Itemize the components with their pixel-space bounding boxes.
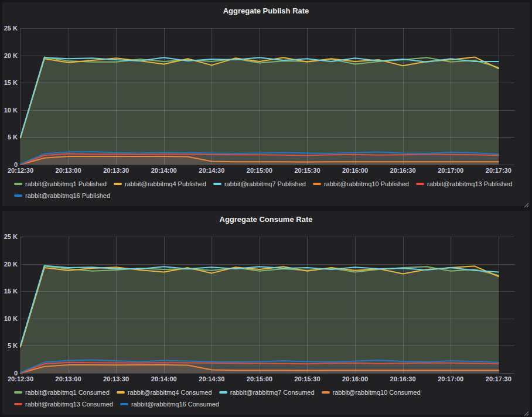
y-tick-label: 10 K [2,107,18,114]
legend-item[interactable]: rabbit@rabbitmq4 Published [114,178,206,190]
legend-series-label: rabbit@rabbitmq1 Consumed [25,387,110,398]
legend-series-color-icon [416,183,424,185]
x-tick-label: 20:17:30 [486,375,511,382]
legend-item[interactable]: rabbit@rabbitmq13 Published [416,178,512,190]
legend-series-label: rabbit@rabbitmq1 Published [25,178,107,190]
resize-grip-icon [523,411,529,416]
legend-item[interactable]: rabbit@rabbitmq1 Consumed [14,387,110,398]
legend-series-color-icon [213,183,221,185]
legend-series-label: rabbit@rabbitmq10 Published [324,178,409,190]
legend-series-color-icon [14,403,22,405]
legend: rabbit@rabbitmq1 Publishedrabbit@rabbitm… [14,178,524,201]
panel-aggregate-publish-rate: Aggregate Publish Rate 05 K10 K15 K20 K2… [2,2,530,206]
x-tick-label: 20:13:30 [103,167,129,174]
x-tick-label: 20:15:00 [247,375,272,382]
chart-area: 05 K10 K15 K20 K25 K 20:12:3020:13:0020:… [2,19,530,175]
legend-item[interactable]: rabbit@rabbitmq10 Published [313,178,409,190]
panel-aggregate-consume-rate: Aggregate Consume Rate 05 K10 K15 K20 K2… [2,211,530,415]
panel-resize-handle[interactable] [523,200,529,206]
legend-item[interactable]: rabbit@rabbitmq7 Consumed [219,387,315,398]
x-tick-label: 20:13:00 [56,167,81,174]
x-tick-label: 20:13:00 [56,375,81,382]
legend-series-color-icon [117,391,125,394]
series-fill [21,57,499,165]
x-tick-label: 20:15:30 [294,375,320,382]
legend-series-label: rabbit@rabbitmq7 Consumed [230,387,315,398]
legend-item[interactable]: rabbit@rabbitmq16 Published [14,190,110,201]
legend-series-color-icon [219,391,227,394]
dashboard: Aggregate Publish Rate 05 K10 K15 K20 K2… [0,0,532,417]
x-tick-label: 20:12:30 [8,375,33,382]
legend-series-label: rabbit@rabbitmq16 Published [25,190,110,201]
legend-item[interactable]: rabbit@rabbitmq7 Published [213,178,306,190]
legend-series-label: rabbit@rabbitmq4 Consumed [128,387,212,398]
legend-series-label: rabbit@rabbitmq7 Published [224,178,306,190]
x-tick-label: 20:16:00 [342,375,368,382]
x-tick-label: 20:12:30 [8,167,33,174]
legend-series-label: rabbit@rabbitmq4 Published [125,178,206,190]
legend: rabbit@rabbitmq1 Consumedrabbit@rabbitmq… [14,387,524,410]
legend-item[interactable]: rabbit@rabbitmq1 Published [14,178,107,190]
x-tick-label: 20:14:30 [199,167,224,174]
legend-item[interactable]: rabbit@rabbitmq10 Consumed [322,387,421,398]
y-tick-label: 25 K [2,25,18,32]
x-tick-label: 20:16:30 [390,375,416,382]
y-tick-label: 20 K [2,261,18,268]
legend-series-label: rabbit@rabbitmq16 Consumed [131,398,219,410]
x-tick-label: 20:13:30 [103,375,129,382]
x-tick-label: 20:17:00 [438,167,463,174]
x-tick-label: 20:14:30 [199,375,224,382]
x-tick-label: 20:16:30 [390,167,416,174]
legend-item[interactable]: rabbit@rabbitmq13 Consumed [14,398,113,410]
x-tick-label: 20:14:00 [151,375,177,382]
x-tick-label: 20:16:00 [342,167,368,174]
x-tick-label: 20:15:00 [247,167,272,174]
y-tick-label: 5 K [2,342,18,349]
resize-grip-icon [523,202,529,208]
x-tick-label: 20:14:00 [151,167,177,174]
chart-area: 05 K10 K15 K20 K25 K 20:12:3020:13:0020:… [2,227,530,383]
consume-rate-chart [2,227,530,383]
y-tick-label: 10 K [2,315,18,322]
x-tick-label: 20:15:30 [294,167,320,174]
legend-series-color-icon [14,183,22,185]
legend-series-color-icon [114,183,122,185]
legend-series-color-icon [14,391,22,394]
y-tick-label: 5 K [2,134,18,141]
panel-resize-handle[interactable] [523,408,529,414]
legend-series-label: rabbit@rabbitmq13 Consumed [25,398,113,410]
y-tick-label: 25 K [2,233,18,240]
y-tick-label: 15 K [2,79,18,86]
panel-title[interactable]: Aggregate Publish Rate [2,2,530,19]
legend-series-label: rabbit@rabbitmq13 Published [427,178,512,190]
series-fill [21,265,499,373]
x-tick-label: 20:17:00 [438,375,463,382]
y-tick-label: 15 K [2,288,18,295]
x-tick-label: 20:17:30 [486,167,511,174]
legend-item[interactable]: rabbit@rabbitmq16 Consumed [120,398,219,410]
legend-series-color-icon [322,391,330,394]
legend-series-color-icon [14,194,22,197]
legend-series-color-icon [313,183,321,185]
y-tick-label: 20 K [2,52,18,59]
publish-rate-chart [2,19,530,175]
legend-item[interactable]: rabbit@rabbitmq4 Consumed [117,387,212,398]
legend-series-color-icon [120,403,128,405]
panel-title[interactable]: Aggregate Consume Rate [2,211,530,227]
legend-series-label: rabbit@rabbitmq10 Consumed [333,387,421,398]
